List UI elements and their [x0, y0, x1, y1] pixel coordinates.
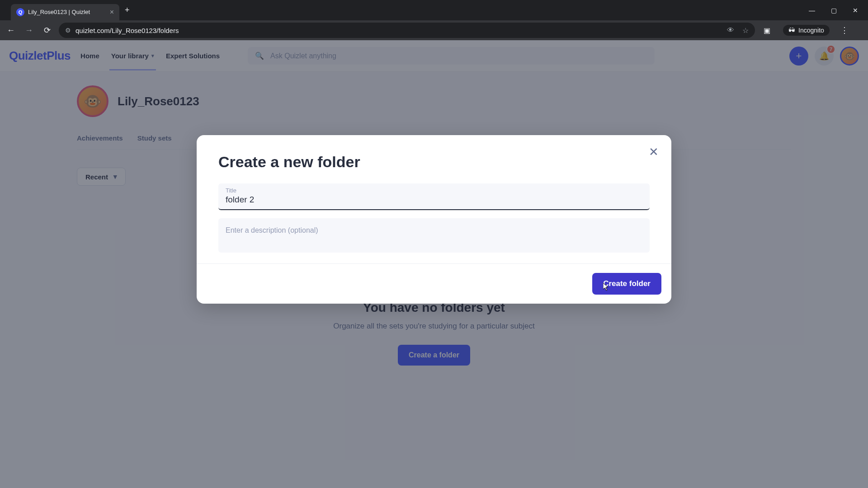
- minimize-icon[interactable]: —: [807, 7, 817, 14]
- create-folder-submit-button[interactable]: Create folder: [592, 273, 661, 295]
- create-folder-modal: ✕ Create a new folder Title Create folde…: [197, 135, 671, 304]
- url-actions: 👁 ☆: [727, 26, 749, 35]
- browser-tab[interactable]: Lily_Rose0123 | Quizlet ×: [11, 4, 119, 20]
- description-input[interactable]: [226, 226, 642, 243]
- title-label: Title: [226, 187, 642, 194]
- url-bar[interactable]: ⚙ quizlet.com/Lily_Rose0123/folders 👁 ☆: [59, 23, 755, 38]
- reload-icon[interactable]: ⟳: [41, 25, 53, 35]
- new-tab-button[interactable]: +: [125, 5, 130, 15]
- modal-footer: Create folder: [197, 263, 671, 304]
- app-viewport: QuizletPlus Home Your library ▾ Expert S…: [0, 40, 868, 488]
- url-text: quizlet.com/Lily_Rose0123/folders: [75, 27, 722, 34]
- modal-close-button[interactable]: ✕: [649, 145, 659, 159]
- title-field-group[interactable]: Title: [218, 183, 650, 210]
- site-settings-icon[interactable]: ⚙: [65, 27, 71, 34]
- address-bar: ← → ⟳ ⚙ quizlet.com/Lily_Rose0123/folder…: [0, 20, 868, 40]
- description-field-group[interactable]: [218, 218, 650, 253]
- favicon-icon: [16, 8, 24, 16]
- modal-overlay[interactable]: ✕ Create a new folder Title Create folde…: [0, 40, 868, 488]
- browser-tab-bar: Lily_Rose0123 | Quizlet × + — ▢ ✕: [0, 0, 868, 20]
- incognito-icon: 🕶: [788, 27, 795, 34]
- modal-body: Create a new folder Title: [197, 135, 671, 263]
- bookmark-star-icon[interactable]: ☆: [742, 26, 749, 35]
- back-icon[interactable]: ←: [5, 26, 17, 35]
- tab-list-leading: [4, 2, 7, 19]
- close-window-icon[interactable]: ✕: [850, 7, 861, 14]
- tab-title: Lily_Rose0123 | Quizlet: [28, 9, 106, 15]
- browser-menu-icon[interactable]: ⋮: [840, 25, 849, 35]
- title-input[interactable]: [226, 194, 642, 207]
- close-tab-icon[interactable]: ×: [110, 8, 114, 16]
- window-controls: — ▢ ✕: [807, 7, 864, 14]
- forward-icon[interactable]: →: [23, 26, 35, 35]
- modal-heading: Create a new folder: [218, 153, 650, 171]
- side-panel-icon[interactable]: ▣: [760, 26, 773, 35]
- close-icon: ✕: [649, 145, 659, 159]
- maximize-icon[interactable]: ▢: [828, 7, 839, 14]
- eye-off-icon[interactable]: 👁: [727, 26, 734, 35]
- incognito-label: Incognito: [798, 27, 824, 34]
- incognito-badge[interactable]: 🕶 Incognito: [783, 25, 830, 36]
